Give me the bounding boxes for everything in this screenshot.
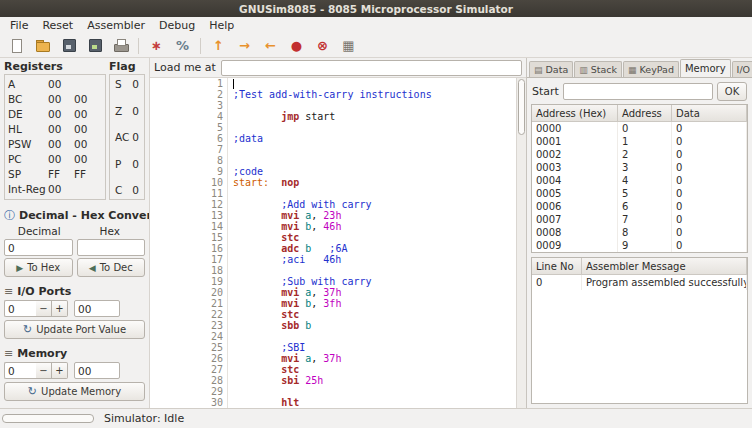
breakpoint-margin[interactable]	[150, 78, 206, 89]
code-line[interactable]: 23 sbb b	[150, 320, 516, 331]
code-line[interactable]: 26 mvi a, 37h	[150, 353, 516, 364]
save-button[interactable]	[57, 35, 80, 56]
breakpoint-margin[interactable]	[150, 298, 206, 309]
memory-value-input[interactable]	[74, 362, 120, 379]
breakpoint-margin[interactable]	[150, 309, 206, 320]
tab-memory[interactable]: Memory	[680, 59, 731, 78]
breakpoint-margin[interactable]	[150, 342, 206, 353]
assembler-message-row[interactable]: 0 Program assembled successfully	[532, 275, 747, 290]
menu-help[interactable]: Help	[202, 18, 241, 33]
port-decrement-button[interactable]: −	[36, 300, 52, 317]
record-button[interactable]: ●	[285, 35, 308, 56]
memory-table-row[interactable]: 0002 2 0	[532, 148, 747, 161]
column-header-data[interactable]: Data	[672, 105, 747, 122]
menu-debug[interactable]: Debug	[152, 18, 202, 33]
breakpoint-margin[interactable]	[150, 287, 206, 298]
breakpoint-margin[interactable]	[150, 122, 206, 133]
code-line[interactable]: 13 mvi a, 23h	[150, 210, 516, 221]
breakpoint-margin[interactable]	[150, 386, 206, 397]
menu-assembler[interactable]: Assembler	[80, 18, 152, 33]
code-line[interactable]: 25 ;SBI	[150, 342, 516, 353]
step-button[interactable]: ←	[259, 35, 282, 56]
breakpoint-margin[interactable]	[150, 397, 206, 408]
column-header-address[interactable]: Address	[618, 105, 672, 122]
breakpoint-margin[interactable]	[150, 188, 206, 199]
breakpoint-margin[interactable]	[150, 276, 206, 287]
run-button[interactable]: →	[233, 35, 256, 56]
converter-button[interactable]: %	[171, 35, 194, 56]
memory-table-row[interactable]: 0003 3 0	[532, 161, 747, 174]
code-line[interactable]: 21 mvi b, 3fh	[150, 298, 516, 309]
new-file-button[interactable]	[5, 35, 28, 56]
update-port-value-button[interactable]: ↻ Update Port Value	[4, 320, 145, 339]
memory-table-row[interactable]: 0008 8 0	[532, 226, 747, 239]
code-line[interactable]: 12 ;Add with carry	[150, 199, 516, 210]
breakpoint-margin[interactable]	[150, 254, 206, 265]
code-line[interactable]: 14 mvi b, 46h	[150, 221, 516, 232]
breakpoint-margin[interactable]	[150, 364, 206, 375]
load-address-input[interactable]	[221, 60, 522, 76]
column-header-address-hex[interactable]: Address (Hex)	[532, 105, 618, 122]
memory-table-row[interactable]: 0005 5 0	[532, 187, 747, 200]
print-button[interactable]	[109, 35, 132, 56]
code-line[interactable]: 3	[150, 100, 516, 111]
tab-i-o-ports[interactable]: I/O Ports	[732, 61, 752, 77]
code-line[interactable]: 8	[150, 155, 516, 166]
breakpoint-margin[interactable]	[150, 144, 206, 155]
port-value-input[interactable]	[74, 300, 120, 317]
code-line[interactable]: 18	[150, 265, 516, 276]
load-button[interactable]: ↑	[207, 35, 230, 56]
breakpoint-margin[interactable]	[150, 111, 206, 122]
horizontal-scrollbar[interactable]	[2, 414, 94, 423]
breakpoint-margin[interactable]	[150, 320, 206, 331]
column-header-line-no[interactable]: Line No	[532, 258, 582, 275]
breakpoint-margin[interactable]	[150, 265, 206, 276]
memory-increment-button[interactable]: +	[52, 362, 68, 379]
code-line[interactable]: 30 hlt	[150, 397, 516, 408]
memory-table-row[interactable]: 0007 7 0	[532, 213, 747, 226]
breakpoint-margin[interactable]	[150, 353, 206, 364]
breakpoint-margin[interactable]	[150, 199, 206, 210]
memory-table-row[interactable]: 0006 6 0	[532, 200, 747, 213]
tab-stack[interactable]: ▥Stack	[574, 61, 622, 77]
breakpoint-margin[interactable]	[150, 221, 206, 232]
breakpoint-margin[interactable]	[150, 375, 206, 386]
decimal-input[interactable]	[4, 239, 73, 256]
code-line[interactable]: 16 adc b ;6A	[150, 243, 516, 254]
memory-table-row[interactable]: 0001 1 0	[532, 135, 747, 148]
code-editor[interactable]: 1 2 ;Test add-with-carry instructions 3 …	[150, 78, 516, 408]
code-line[interactable]: 17 ;aci 46h	[150, 254, 516, 265]
menu-reset[interactable]: Reset	[35, 18, 80, 33]
code-line[interactable]: 11	[150, 188, 516, 199]
stop-button[interactable]: ⊗	[311, 35, 334, 56]
memory-address-input[interactable]	[4, 362, 36, 379]
start-address-input[interactable]	[563, 83, 713, 100]
tab-data[interactable]: ▤Data	[529, 61, 573, 77]
save-as-button[interactable]	[83, 35, 106, 56]
code-line[interactable]: 2 ;Test add-with-carry instructions	[150, 89, 516, 100]
breakpoint-margin[interactable]	[150, 100, 206, 111]
code-line[interactable]: 29	[150, 386, 516, 397]
code-line[interactable]: 27 stc	[150, 364, 516, 375]
open-button[interactable]	[31, 35, 54, 56]
code-line[interactable]: 9 ;code	[150, 166, 516, 177]
port-increment-button[interactable]: +	[52, 300, 68, 317]
code-line[interactable]: 1	[150, 78, 516, 89]
breakpoint-margin[interactable]	[150, 133, 206, 144]
code-line[interactable]: 20 mvi a, 37h	[150, 287, 516, 298]
code-line[interactable]: 24	[150, 331, 516, 342]
breakpoint-margin[interactable]	[150, 210, 206, 221]
column-header-assembler-message[interactable]: Assembler Message	[582, 258, 747, 275]
code-line[interactable]: 10 start: nop	[150, 177, 516, 188]
code-line[interactable]: 4 jmp start	[150, 111, 516, 122]
code-line[interactable]: 15 stc	[150, 232, 516, 243]
update-memory-button[interactable]: ↻ Update Memory	[4, 382, 145, 401]
menu-file[interactable]: File	[3, 18, 35, 33]
breakpoint-margin[interactable]	[150, 155, 206, 166]
breakpoint-margin[interactable]	[150, 331, 206, 342]
keypad-button[interactable]: ▦	[337, 35, 360, 56]
code-line[interactable]: 22 stc	[150, 309, 516, 320]
editor-vertical-scrollbar[interactable]	[516, 78, 526, 408]
breakpoint-margin[interactable]	[150, 232, 206, 243]
code-line[interactable]: 5	[150, 122, 516, 133]
